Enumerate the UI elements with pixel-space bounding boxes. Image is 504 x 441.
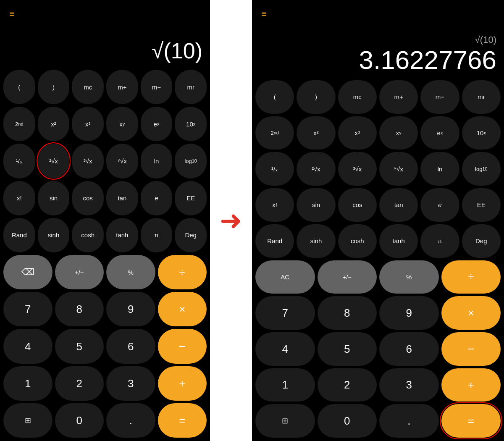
left-btn-tanh[interactable]: tanh [106,218,138,252]
right-btn-ac[interactable]: AC [255,260,315,294]
left-btn-percent[interactable]: % [106,255,155,289]
left-btn-log10[interactable]: log10 [175,144,207,178]
left-btn-2[interactable]: 2 [55,366,104,401]
left-btn-9[interactable]: 9 [106,292,155,326]
left-btn-xy[interactable]: xy [106,107,138,141]
left-btn-deg[interactable]: Deg [175,218,207,252]
right-btn-1[interactable]: 1 [255,368,315,402]
left-btn-pi[interactable]: π [141,218,173,252]
right-btn-pi[interactable]: π [420,224,459,258]
right-btn-mplus[interactable]: m+ [379,80,418,114]
right-btn-x2[interactable]: x² [297,116,335,150]
left-btn-xfact[interactable]: x! [3,181,35,215]
left-btn-backspace[interactable]: ⌫ [3,255,52,289]
right-btn-7[interactable]: 7 [255,296,315,330]
right-btn-divide[interactable]: ÷ [441,260,501,294]
left-btn-1[interactable]: 1 [3,366,52,401]
right-btn-xfact[interactable]: x! [255,188,294,222]
left-btn-7[interactable]: 7 [3,292,52,326]
right-btn-0[interactable]: 0 [318,404,377,438]
right-btn-xy[interactable]: xy [379,116,418,150]
right-menu-icon[interactable]: ≡ [261,9,267,18]
left-btn-cos[interactable]: cos [72,181,104,215]
right-btn-subtract[interactable]: − [441,332,501,366]
left-btn-5[interactable]: 5 [55,329,104,363]
left-btn-divide[interactable]: ÷ [158,255,207,289]
left-btn-sqrt2[interactable]: ²√x [38,144,70,178]
left-btn-sinh[interactable]: sinh [38,218,70,252]
right-btn-mr[interactable]: mr [462,80,501,114]
right-btn-cos[interactable]: cos [338,188,377,222]
right-btn-multiply[interactable]: × [441,296,501,330]
left-btn-cosh[interactable]: cosh [72,218,104,252]
left-btn-6[interactable]: 6 [106,329,155,363]
left-btn-mc[interactable]: mc [72,70,104,104]
right-btn-ex[interactable]: ex [420,116,459,150]
left-btn-ex[interactable]: ex [141,107,173,141]
right-btn-deg[interactable]: Deg [462,224,501,258]
left-btn-rand[interactable]: Rand [3,218,35,252]
right-btn-1x[interactable]: ¹/ₓ [255,152,294,186]
right-btn-6[interactable]: 6 [379,332,439,366]
left-btn-paren-close[interactable]: ) [38,70,70,104]
right-btn-4[interactable]: 4 [255,332,315,366]
right-btn-2nd[interactable]: 2nd [255,116,294,150]
right-btn-3[interactable]: 3 [379,368,439,402]
left-menu-icon[interactable]: ≡ [9,9,15,18]
left-btn-mr[interactable]: mr [175,70,207,104]
left-btn-4[interactable]: 4 [3,329,52,363]
left-btn-paren-open[interactable]: ( [3,70,35,104]
left-btn-add[interactable]: + [158,366,207,401]
left-btn-mplus[interactable]: m+ [106,70,138,104]
left-btn-1x[interactable]: ¹/ₓ [3,144,35,178]
right-btn-mc[interactable]: mc [338,80,377,114]
left-btn-decimal[interactable]: . [106,403,155,438]
right-btn-tan[interactable]: tan [379,188,418,222]
left-btn-sin[interactable]: sin [38,181,70,215]
left-btn-x3[interactable]: x³ [72,107,104,141]
left-btn-grid[interactable]: ⊞ [3,403,52,438]
right-btn-x3[interactable]: x³ [338,116,377,150]
left-btn-0[interactable]: 0 [55,403,104,438]
left-btn-equals[interactable]: = [158,403,207,438]
left-btn-2nd[interactable]: 2nd [3,107,35,141]
right-btn-e[interactable]: e [420,188,459,222]
right-btn-posneg[interactable]: +/− [318,260,377,294]
left-btn-3[interactable]: 3 [106,366,155,401]
right-btn-rand[interactable]: Rand [255,224,294,258]
right-btn-cosh[interactable]: cosh [338,224,377,258]
left-btn-subtract[interactable]: − [158,329,207,363]
right-btn-mminus[interactable]: m− [420,80,459,114]
left-btn-ee[interactable]: EE [175,181,207,215]
right-btn-log10[interactable]: log10 [462,152,501,186]
right-btn-percent[interactable]: % [379,260,439,294]
right-btn-5[interactable]: 5 [318,332,377,366]
left-btn-10x[interactable]: 10x [175,107,207,141]
right-btn-8[interactable]: 8 [318,296,377,330]
left-btn-sqrty[interactable]: ʸ√x [106,144,138,178]
left-btn-ln[interactable]: ln [141,144,173,178]
right-btn-sqrt2[interactable]: ²√x [297,152,335,186]
right-btn-grid[interactable]: ⊞ [255,404,315,438]
right-btn-sinh[interactable]: sinh [297,224,335,258]
right-btn-9[interactable]: 9 [379,296,439,330]
left-btn-tan[interactable]: tan [106,181,138,215]
left-btn-posneg[interactable]: +/− [55,255,104,289]
right-btn-add[interactable]: + [441,368,501,402]
right-btn-sqrty[interactable]: ʸ√x [379,152,418,186]
right-btn-tanh[interactable]: tanh [379,224,418,258]
right-btn-equals[interactable]: = [441,404,501,438]
left-btn-sqrt3[interactable]: ³√x [72,144,104,178]
right-btn-paren-close[interactable]: ) [297,80,335,114]
left-btn-mminus[interactable]: m− [141,70,173,104]
right-btn-sin[interactable]: sin [297,188,335,222]
left-btn-x2[interactable]: x² [38,107,70,141]
right-btn-sqrt3[interactable]: ³√x [338,152,377,186]
left-btn-e[interactable]: e [141,181,173,215]
right-btn-2[interactable]: 2 [318,368,377,402]
left-btn-multiply[interactable]: × [158,292,207,326]
right-btn-ln[interactable]: ln [420,152,459,186]
right-btn-paren-open[interactable]: ( [255,80,294,114]
right-btn-ee[interactable]: EE [462,188,501,222]
right-btn-decimal[interactable]: . [379,404,439,438]
